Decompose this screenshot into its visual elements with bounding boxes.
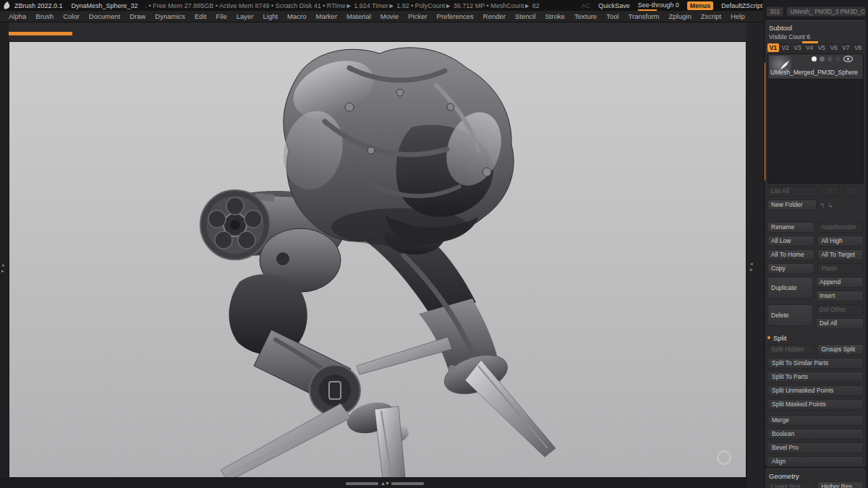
subtool-view-tab[interactable]: V6 — [828, 43, 840, 52]
split-action-button[interactable]: Split To Similar Parts — [767, 358, 864, 369]
autoreorder-button[interactable]: AutoReorder — [817, 222, 864, 233]
menu-item[interactable]: Zscript — [701, 12, 722, 20]
menu-item[interactable]: File — [216, 12, 226, 20]
subtool-view-tabs: V1V2V3V4V5V6V7V8 — [767, 43, 864, 52]
tool-shelf-button[interactable]: 301 — [766, 7, 783, 17]
move-up-button[interactable]: ↑ — [820, 186, 840, 197]
menu-item[interactable]: Picker — [408, 12, 427, 20]
uv-icon[interactable] — [827, 56, 833, 61]
ac-toggle[interactable]: AC — [582, 2, 591, 9]
all-low-button[interactable]: All Low — [767, 236, 814, 247]
menu-item[interactable]: Color — [63, 12, 80, 20]
menu-item[interactable]: Edit — [195, 12, 206, 20]
menu-item[interactable]: Preferences — [437, 12, 474, 20]
insert-button[interactable]: Insert — [816, 291, 864, 301]
del-other-button[interactable]: Del Other — [816, 304, 864, 315]
del-all-button[interactable]: Del All — [816, 318, 864, 329]
folder-move-in-icon[interactable]: ↳ — [828, 202, 834, 209]
menu-item[interactable]: Light — [263, 12, 278, 20]
append-button[interactable]: Append — [816, 277, 864, 288]
sculpt-canvas[interactable] — [9, 41, 746, 478]
left-tray-handle[interactable]: ◂ ▸ — [1, 262, 4, 274]
move-down-button[interactable]: ↓ — [843, 186, 863, 197]
all-to-target-button[interactable]: All To Target — [817, 249, 864, 260]
bottom-tray — [0, 478, 868, 488]
see-through-slider[interactable]: See-through 0 — [638, 1, 679, 9]
bottom-tray-handle[interactable]: ▲▼ — [346, 481, 424, 486]
subtool-view-tab[interactable]: V4 — [804, 43, 815, 52]
handle-bar — [346, 482, 378, 485]
subtool-palette-title[interactable]: Subtool — [767, 23, 864, 33]
menu-item[interactable]: Macro — [287, 12, 306, 20]
section-bullet-icon — [767, 336, 770, 339]
subtool-view-tab[interactable]: V1 — [767, 43, 779, 52]
subtool-list[interactable]: UMesh_Merged_PM3D_Sphere — [767, 53, 864, 184]
menu-item[interactable]: Layer — [237, 12, 254, 20]
list-all-button[interactable]: List All — [767, 186, 817, 197]
subtool-subsection[interactable]: Align — [767, 456, 864, 467]
menu-item[interactable]: Tool — [606, 12, 618, 20]
right-tray-handle[interactable]: ◂ ▸ — [750, 261, 753, 273]
menu-item[interactable]: Stroke — [545, 12, 565, 20]
menu-item[interactable]: Transform — [629, 12, 660, 20]
polypaint-off-icon[interactable] — [820, 56, 825, 61]
tray-updown-icon: ▲▼ — [380, 481, 389, 486]
polypaint-on-icon[interactable] — [812, 56, 817, 61]
menu-item[interactable]: Dynamics — [155, 12, 185, 20]
new-folder-button[interactable]: New Folder — [767, 200, 817, 210]
menu-item[interactable]: Texture — [574, 12, 597, 20]
rename-button[interactable]: Rename — [767, 222, 814, 233]
duplicate-button[interactable]: Duplicate — [767, 277, 813, 299]
menu-item[interactable]: Alpha — [9, 12, 26, 20]
subtool-view-tab[interactable]: V5 — [816, 43, 827, 52]
higher-res-button[interactable]: Higher Res — [817, 481, 864, 488]
menu-item[interactable]: Movie — [380, 12, 399, 20]
lower-res-button[interactable]: Lower Res — [767, 481, 814, 488]
menu-item[interactable]: Document — [89, 12, 120, 20]
split-hidden-button[interactable]: Split Hidden — [767, 344, 814, 355]
menu-item[interactable]: Render — [483, 12, 506, 20]
delete-button[interactable]: Delete — [767, 304, 813, 326]
mech-model[interactable] — [9, 42, 746, 477]
subtool-list-item[interactable]: UMesh_Merged_PM3D_Sphere — [768, 54, 863, 80]
subtool-view-tab[interactable]: V8 — [852, 43, 864, 52]
menu-bar: AlphaBrushColorDocumentDrawDynamicsEditF… — [0, 11, 868, 22]
subtool-subsection[interactable]: Boolean — [767, 429, 864, 440]
groups-split-button[interactable]: Groups Split — [817, 344, 864, 355]
subtool-view-tab[interactable]: V2 — [780, 43, 791, 52]
geometry-palette-title[interactable]: Geometry — [767, 471, 864, 481]
quicksave-button[interactable]: QuickSave — [598, 2, 630, 9]
mask-icon[interactable] — [835, 56, 841, 61]
paste-button[interactable]: Paste — [817, 263, 864, 274]
tool-shelf-button[interactable]: UMesh_ PM3D_3 PM3D_C — [786, 7, 866, 17]
all-high-button[interactable]: All High — [817, 236, 864, 247]
menu-item[interactable]: Marker — [316, 12, 338, 20]
split-action-button[interactable]: Split Masked Points — [767, 399, 864, 410]
subtool-subsection[interactable]: Merge — [767, 415, 864, 426]
copy-button[interactable]: Copy — [767, 263, 814, 274]
menu-item[interactable]: Brush — [35, 12, 54, 20]
subtool-palette: Subtool Visible Count 6 V1V2V3V4V5V6V7V8 — [765, 20, 866, 467]
subtool-view-tab[interactable]: V7 — [841, 43, 852, 52]
canvas-nav-widget[interactable] — [717, 450, 731, 465]
menu-item[interactable]: Help — [731, 12, 745, 20]
all-to-home-button[interactable]: All To Home — [767, 249, 814, 260]
menu-item[interactable]: Material — [346, 12, 371, 20]
menu-item[interactable]: Zplugin — [669, 12, 692, 20]
split-section-header[interactable]: Split — [767, 332, 864, 344]
chevron-right-icon: ▸ — [750, 267, 753, 273]
menu-item[interactable]: Draw — [129, 12, 145, 20]
eye-visibility-icon[interactable] — [843, 56, 853, 62]
folder-move-out-icon[interactable]: ↰ — [820, 202, 825, 209]
visible-count: Visible Count 6 — [767, 33, 864, 43]
subtool-subsection[interactable]: Bevel Pro — [767, 442, 864, 453]
subtool-view-tab[interactable]: V3 — [792, 43, 804, 52]
split-action-button[interactable]: Split Unmasked Points — [767, 385, 864, 396]
menu-item[interactable]: Stencil — [515, 12, 536, 20]
menus-toggle-button[interactable]: Menus — [687, 1, 714, 10]
titlebar: ZBrush 2022.0.1 DynaMesh_Sphere_32 . • F… — [0, 0, 868, 11]
split-action-button[interactable]: Split To Parts — [767, 372, 864, 382]
default-zscript-button[interactable]: DefaultZScript — [721, 2, 762, 9]
brush-cursor-icon — [778, 59, 791, 72]
zbrush-logo-icon — [2, 1, 12, 10]
